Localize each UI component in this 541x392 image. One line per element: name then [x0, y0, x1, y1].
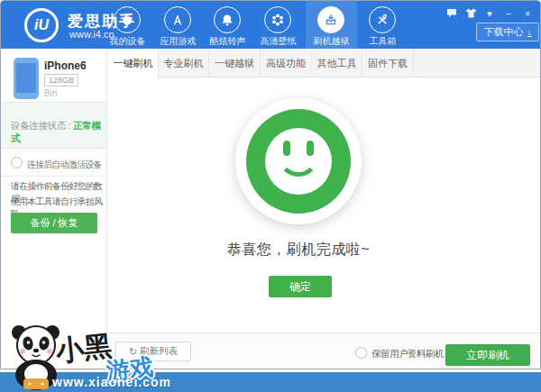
- watermark-brand-black: 小黑: [54, 327, 114, 370]
- tab-one-key-flash[interactable]: 一键刷机: [108, 49, 159, 78]
- footer-bar: ↻ 刷新列表 保留用户资料刷机 立即刷机: [108, 333, 541, 369]
- auto-activate-label: 连接后自动激活设备: [27, 159, 102, 171]
- app-window: iU 爱思助手 www.i4.cn 我的设备 应用游戏 酷炫铃声: [0, 0, 541, 369]
- connection-status-label: 设备连接状态 :: [11, 120, 73, 131]
- device-name: iPhone6: [44, 59, 87, 72]
- tab-other-tools[interactable]: 其他工具: [312, 49, 362, 77]
- keep-user-data-radio[interactable]: [355, 347, 367, 359]
- confirm-button[interactable]: 确定: [269, 276, 332, 297]
- tab-advanced[interactable]: 高级功能: [261, 49, 312, 77]
- nav-label: 工具箱: [357, 35, 408, 48]
- download-center-label: 下载中心: [484, 25, 524, 39]
- app-logo: iU: [24, 8, 59, 42]
- tools-icon: [369, 6, 396, 33]
- tab-firmware-download[interactable]: 固件下载: [362, 49, 414, 77]
- flower-icon: [264, 6, 291, 33]
- backup-restore-button[interactable]: 备份 / 恢复: [11, 213, 97, 233]
- nav-item-apps-games[interactable]: 应用游戏: [152, 1, 204, 49]
- tab-pro-flash[interactable]: 专业刷机: [159, 49, 209, 77]
- tab-one-key-jailbreak[interactable]: 一键越狱: [209, 49, 261, 77]
- device-subtext: Bin: [44, 88, 57, 98]
- nav-item-my-device[interactable]: 我的设备: [102, 1, 153, 49]
- minimize-icon[interactable]: −: [503, 8, 514, 19]
- flash-now-button[interactable]: 立即刷机: [445, 344, 530, 366]
- success-smiley: [235, 98, 362, 224]
- flash-complete-panel: 恭喜您，刷机完成啦~ 确定: [108, 78, 541, 333]
- flash-tabbar: 一键刷机 专业刷机 一键越狱 高级功能 其他工具 固件下载: [108, 49, 541, 77]
- keep-user-data-label: 保留用户资料刷机: [371, 348, 444, 360]
- close-icon[interactable]: ×: [522, 8, 533, 19]
- auto-activate-radio[interactable]: [11, 157, 23, 169]
- watermark-url: www.xiaohei.com: [52, 375, 171, 389]
- tray-arrow-icon[interactable]: ▾: [484, 8, 495, 19]
- screenshot-stage: iU 爱思助手 www.i4.cn 我的设备 应用游戏 酷炫铃声: [0, 0, 541, 392]
- smiley-green-ring: [246, 109, 351, 214]
- success-message: 恭喜您，刷机完成啦~: [208, 241, 389, 260]
- nav-item-toolbox[interactable]: 工具箱: [357, 1, 408, 49]
- download-center-button[interactable]: 下载中心 ↓: [476, 23, 539, 41]
- auto-activate-row: 连接后自动激活设备: [1, 149, 106, 177]
- nav-item-flash-jailbreak[interactable]: 刷机越狱: [306, 1, 357, 49]
- nav-item-wallpapers[interactable]: 高清壁纸: [252, 1, 304, 49]
- nav-label: 刷机越狱: [306, 35, 357, 48]
- bell-icon: [214, 6, 241, 33]
- download-arrow-icon: ↓: [527, 28, 532, 37]
- window-controls: ▾ − ×: [446, 7, 533, 20]
- nav-label: 应用游戏: [152, 35, 204, 48]
- apple-icon: [114, 6, 141, 33]
- nav-label: 我的设备: [102, 35, 153, 48]
- iphone-screen: [16, 63, 36, 93]
- smiley-face: [265, 128, 332, 195]
- iphone-icon: [14, 58, 39, 99]
- connection-status-panel: 设备连接状态 : 正常模式: [1, 102, 106, 149]
- appstore-icon: [164, 6, 191, 33]
- flash-box-icon: [317, 6, 344, 33]
- header-bar: iU 爱思助手 www.i4.cn 我的设备 应用游戏 酷炫铃声: [1, 1, 540, 49]
- device-capacity-badge: 128GB: [44, 74, 78, 87]
- nav-label: 高清壁纸: [252, 35, 304, 48]
- nav-label: 酷炫铃声: [202, 35, 253, 48]
- feedback-bubble-icon[interactable]: [446, 8, 457, 20]
- smiley-mouth: [278, 135, 319, 177]
- nav-item-ringtones[interactable]: 酷炫铃声: [202, 1, 253, 49]
- skin-shirt-icon[interactable]: [465, 8, 476, 20]
